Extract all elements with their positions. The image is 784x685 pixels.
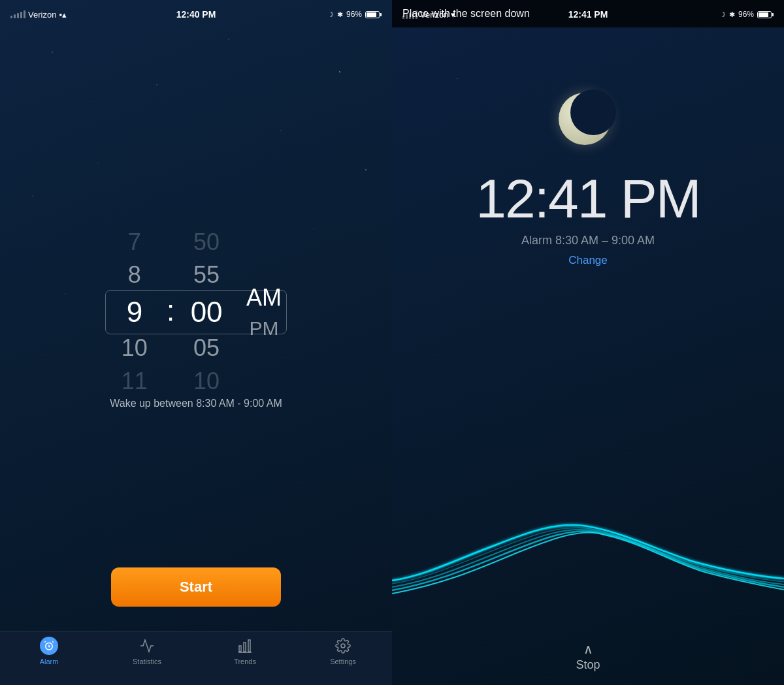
stop-label[interactable]: Stop: [576, 658, 600, 672]
alarm-tab-icon: [40, 637, 58, 655]
svg-rect-4: [244, 643, 246, 652]
svg-line-1: [44, 641, 46, 643]
bluetooth-right: ✱: [729, 10, 735, 19]
ampm-selected[interactable]: AM: [241, 281, 287, 314]
tab-label-settings: Settings: [330, 658, 356, 665]
picker-wrapper[interactable]: 7 8 9 10 11 : 50 55 00 05 10 AM PM: [105, 226, 287, 398]
wifi-icon-left: ▪▴: [59, 10, 67, 20]
big-time-text: 12:41 PM: [392, 171, 784, 226]
time-picker-area[interactable]: 7 8 9 10 11 : 50 55 00 05 10 AM PM Wake …: [0, 29, 392, 685]
tab-bar-left: Alarm Statistics Trends: [0, 631, 392, 685]
battery-icon-left: [365, 11, 382, 18]
chevron-up-icon: ∧: [583, 643, 593, 656]
minute-selected[interactable]: 00: [177, 292, 236, 332]
svg-point-7: [341, 644, 345, 648]
tab-settings[interactable]: Settings: [294, 637, 392, 665]
wave-svg: [392, 476, 784, 607]
statistics-icon: [139, 638, 155, 654]
hours-column[interactable]: 7 8 9 10 11: [105, 226, 164, 398]
battery-pct-right: 96%: [738, 10, 754, 19]
status-bar-left: Verizon ▪▴ 12:40 PM ☽ ✱ 96%: [0, 0, 392, 29]
status-right-right: ☽ ✱ 96%: [719, 10, 774, 19]
status-bar-right: Verizon ▾ 12:41 PM ☽ ✱ 96%: [392, 0, 784, 29]
moon-shape: [559, 93, 611, 145]
trends-tab-icon: [236, 637, 254, 655]
signal-dots-left: [10, 10, 25, 18]
battery-pct-left: 96%: [346, 10, 362, 19]
wifi-icon-right: ▾: [451, 10, 455, 20]
minute-item[interactable]: 55: [177, 259, 236, 291]
moon-image: [559, 93, 617, 151]
signal-dots-right: [402, 10, 417, 19]
settings-icon: [335, 638, 351, 654]
tab-alarm[interactable]: Alarm: [0, 637, 98, 665]
hour-item[interactable]: 11: [105, 365, 164, 398]
minute-item[interactable]: 50: [177, 226, 236, 259]
alarm-range-text: Alarm 8:30 AM – 9:00 AM: [392, 234, 784, 247]
moon-status-right: ☽: [719, 10, 726, 19]
change-link[interactable]: Change: [392, 254, 784, 267]
carrier-left: Verizon ▪▴: [10, 10, 67, 20]
statistics-tab-icon: [138, 637, 156, 655]
wake-up-text: Wake up between 8:30 AM - 9:00 AM: [110, 398, 282, 409]
stop-area[interactable]: ∧ Stop: [392, 643, 784, 672]
carrier-right: Verizon ▾: [402, 10, 455, 20]
svg-line-2: [52, 641, 54, 643]
big-time-display: 12:41 PM: [392, 171, 784, 226]
carrier-name-left: Verizon: [28, 10, 56, 20]
trends-icon: [237, 638, 253, 654]
tab-statistics[interactable]: Statistics: [98, 637, 196, 665]
minute-item[interactable]: 10: [177, 365, 236, 398]
bluetooth-left: ✱: [337, 10, 343, 19]
wave-chart: [392, 476, 784, 607]
start-button[interactable]: Start: [111, 567, 281, 607]
status-time-right: 12:41 PM: [568, 9, 608, 20]
tab-trends[interactable]: Trends: [196, 637, 294, 665]
svg-rect-3: [239, 646, 241, 652]
picker-colon: :: [164, 295, 177, 327]
tab-label-trends: Trends: [234, 658, 256, 665]
hour-item[interactable]: 8: [105, 259, 164, 291]
svg-rect-5: [248, 640, 250, 652]
carrier-name-right: Verizon: [420, 10, 448, 20]
settings-tab-icon: [334, 637, 352, 655]
hour-selected[interactable]: 9: [105, 292, 164, 332]
minute-item[interactable]: 05: [177, 332, 236, 364]
moon-container: [392, 93, 784, 151]
minutes-column[interactable]: 50 55 00 05 10: [177, 226, 236, 398]
alarm-icon: [40, 637, 58, 655]
moon-status-left: ☽: [327, 10, 334, 19]
left-screen: Verizon ▪▴ 12:40 PM ☽ ✱ 96% 7 8 9 10 11: [0, 0, 392, 685]
status-time-left: 12:40 PM: [176, 9, 216, 20]
hour-item[interactable]: 7: [105, 226, 164, 259]
right-screen: Verizon ▾ 12:41 PM ☽ ✱ 96% Place with th…: [392, 0, 784, 685]
ampm-column[interactable]: AM PM: [241, 281, 287, 342]
tab-label-alarm: Alarm: [40, 658, 59, 665]
hour-item[interactable]: 10: [105, 332, 164, 364]
tab-label-statistics: Statistics: [133, 658, 161, 665]
status-right-left: ☽ ✱ 96%: [327, 10, 382, 19]
ampm-item[interactable]: PM: [241, 315, 287, 342]
battery-icon-right: [757, 11, 774, 18]
